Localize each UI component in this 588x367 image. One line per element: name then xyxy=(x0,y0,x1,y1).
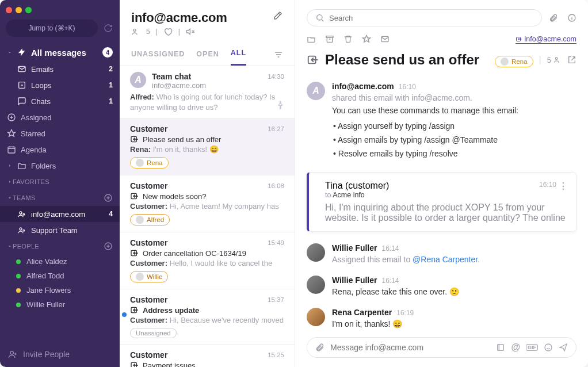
emoji-icon[interactable] xyxy=(544,343,553,352)
team-icon xyxy=(17,225,26,235)
maximize-window-button[interactable] xyxy=(25,7,32,13)
sidebar-section-favorites[interactable]: FAVORITES xyxy=(0,174,120,190)
sidebar-item-agenda[interactable]: Agenda xyxy=(0,142,120,158)
assignee-chip[interactable]: Alfred xyxy=(130,214,170,225)
list-item[interactable]: A Team chat info@acme.com Alfred: Who is… xyxy=(120,66,295,118)
list-item-time: 15:25 xyxy=(268,351,284,358)
list-item[interactable]: Customer Please send us an offer Rena: I… xyxy=(120,118,295,175)
preview-author: Customer: xyxy=(130,316,167,324)
message-text: Rena, please take this one over. 🙂 xyxy=(332,287,576,296)
person-row[interactable]: Alice Valdez xyxy=(0,254,120,269)
popout-icon[interactable] xyxy=(567,55,576,64)
svg-point-8 xyxy=(23,230,25,231)
list-item-subtitle: info@acme.com xyxy=(152,81,284,90)
compose-button[interactable] xyxy=(272,9,284,22)
sidebar-team-support[interactable]: Support Team xyxy=(0,222,120,238)
folder-icon xyxy=(17,161,26,170)
chevron-down-icon xyxy=(7,242,13,251)
message-time: 16:19 xyxy=(396,309,414,317)
list-item[interactable]: Customer New models soon? Customer: Hi, … xyxy=(120,175,295,232)
composer-input[interactable] xyxy=(330,343,490,352)
trash-icon[interactable] xyxy=(343,35,353,44)
sidebar-item-loops[interactable]: Loops 1 xyxy=(0,77,120,93)
template-icon[interactable] xyxy=(496,343,505,352)
chevron-right-icon xyxy=(7,161,13,170)
attachment-icon[interactable] xyxy=(549,13,558,22)
sidebar-item-assigned[interactable]: Assigned xyxy=(0,109,120,125)
mute-icon[interactable] xyxy=(186,27,195,36)
sidebar-item-emails[interactable]: Emails 2 xyxy=(0,61,120,77)
add-team-button[interactable] xyxy=(104,193,113,202)
list-item-time: 16:27 xyxy=(268,125,284,132)
assignee-chip[interactable]: Unassigned xyxy=(130,328,177,338)
archive-icon[interactable] xyxy=(325,35,334,44)
sidebar-section-people[interactable]: PEOPLE xyxy=(0,238,120,254)
thread-assignee-chip[interactable]: Rena xyxy=(495,56,533,67)
filter-button[interactable] xyxy=(274,50,283,59)
info-icon[interactable] xyxy=(567,13,576,22)
message-line: shared this email with info@acme.com. xyxy=(332,93,576,102)
search-input-wrapper[interactable] xyxy=(307,9,542,26)
calendar-icon xyxy=(7,145,16,154)
search-input[interactable] xyxy=(329,14,533,22)
mark-unread-icon[interactable] xyxy=(380,35,390,44)
refresh-icon[interactable] xyxy=(102,22,114,34)
sidebar-item-chats[interactable]: Chats 1 xyxy=(0,93,120,109)
list-item[interactable]: Customer Order cancellation OC-1634/19 C… xyxy=(120,232,295,289)
svg-point-10 xyxy=(10,351,13,354)
add-person-button[interactable] xyxy=(104,242,113,251)
team-icon xyxy=(17,209,26,219)
list-item-time: 14:30 xyxy=(268,73,284,80)
tab-all[interactable]: ALL xyxy=(231,43,246,66)
list-item-subject: Address update xyxy=(143,306,199,315)
heart-icon[interactable] xyxy=(163,27,173,36)
sidebar-team-info[interactable]: info@acme.com 4 xyxy=(0,206,120,222)
mention[interactable]: @Rena Carpenter xyxy=(413,255,478,264)
invite-people-button[interactable]: Invite People xyxy=(0,342,120,367)
assignee-chip[interactable]: Willie xyxy=(130,271,168,282)
sidebar-item-label: Starred xyxy=(21,129,113,138)
list-item[interactable]: Customer Payment issues Customer: Thanks… xyxy=(120,345,295,367)
star-action-icon[interactable] xyxy=(362,35,371,44)
person-row[interactable]: Willie Fuller xyxy=(0,297,120,312)
person-row[interactable]: Alfred Todd xyxy=(0,269,120,283)
jump-to-button[interactable]: Jump to (⌘+K) xyxy=(6,20,98,37)
close-window-button[interactable] xyxy=(6,7,12,13)
folder-action-icon[interactable] xyxy=(307,35,316,44)
gif-icon[interactable]: GIF xyxy=(526,344,538,351)
thread-panel: info@acme.com Please send us an offer Re… xyxy=(295,0,588,367)
person-row[interactable]: Jane Flowers xyxy=(0,283,120,297)
person-name: Jane Flowers xyxy=(26,286,71,295)
message-composer[interactable]: @ GIF xyxy=(307,337,576,358)
team-count: 4 xyxy=(109,210,113,218)
unread-indicator xyxy=(122,312,127,317)
tab-unassigned[interactable]: UNASSIGNED xyxy=(131,44,185,65)
all-messages-label: All messages xyxy=(31,48,98,58)
list-item[interactable]: Customer Address update Customer: Hi, Be… xyxy=(120,289,295,345)
email-card[interactable]: Tina (customer) to Acme info Hi, I'm inq… xyxy=(307,172,576,232)
sidebar-item-folders[interactable]: Folders xyxy=(0,158,120,174)
sidebar-section-teams[interactable]: TEAMS xyxy=(0,190,120,206)
all-messages-badge: 4 xyxy=(102,47,113,58)
sidebar-item-count: 2 xyxy=(109,65,113,73)
thread-message: Willie Fuller16:14 Assigned this email t… xyxy=(307,238,576,270)
all-messages-row[interactable]: All messages 4 xyxy=(0,41,120,61)
tab-open[interactable]: OPEN xyxy=(196,44,219,65)
mention-icon[interactable]: @ xyxy=(511,342,520,353)
svg-rect-24 xyxy=(498,345,504,351)
preview-text: Hi, Acme team! My company has xyxy=(170,202,279,211)
chat-icon xyxy=(17,97,26,106)
flash-icon xyxy=(17,48,26,57)
list-item-from: Customer xyxy=(130,350,284,360)
preview-text: I'm on it, thanks! 😄 xyxy=(153,145,219,154)
assignee-chip[interactable]: Rena xyxy=(130,157,169,169)
more-menu-icon[interactable]: ⋮ xyxy=(559,181,568,192)
email-icon xyxy=(17,64,26,74)
send-icon[interactable] xyxy=(559,343,568,352)
presence-indicator xyxy=(16,303,21,307)
minimize-window-button[interactable] xyxy=(16,7,22,13)
pin-icon[interactable] xyxy=(276,101,285,110)
source-link[interactable]: info@acme.com xyxy=(516,35,577,44)
sidebar-item-starred[interactable]: Starred xyxy=(0,125,120,142)
attach-icon[interactable] xyxy=(315,343,324,352)
